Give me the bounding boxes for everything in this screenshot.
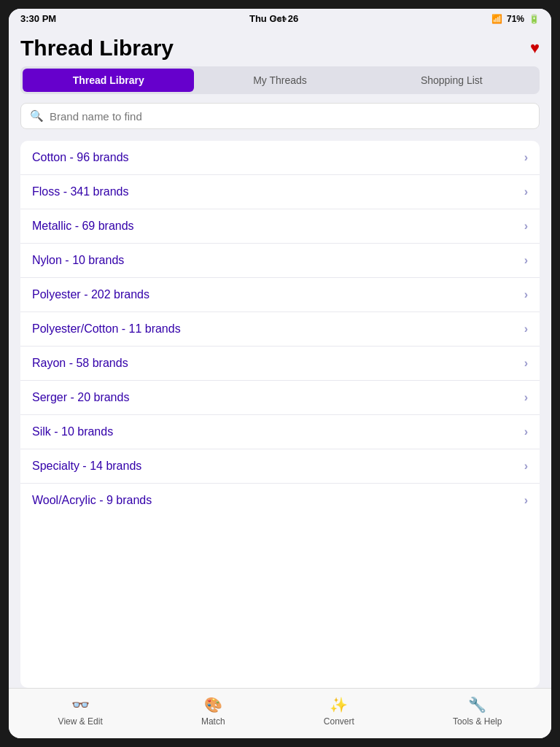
search-bar: 🔍: [20, 103, 540, 129]
list-item-floss[interactable]: Floss - 341 brands ›: [20, 175, 540, 209]
list-item-metallic[interactable]: Metallic - 69 brands ›: [20, 209, 540, 244]
list-item-silk[interactable]: Silk - 10 brands ›: [20, 415, 540, 449]
chevron-right-icon: ›: [524, 357, 528, 370]
chevron-right-icon: ›: [524, 185, 528, 198]
battery-level: 71%: [507, 14, 524, 24]
list-item-nylon[interactable]: Nylon - 10 brands ›: [20, 244, 540, 278]
chevron-right-icon: ›: [524, 391, 528, 404]
list-item-label: Nylon - 10 brands: [32, 254, 124, 267]
list-item-label: Cotton - 96 brands: [32, 151, 129, 164]
bottom-tab-view-edit[interactable]: 👓 View & Edit: [58, 696, 103, 727]
status-dot-1: [273, 18, 276, 20]
status-dot-2: [279, 18, 281, 20]
bottom-tab-match[interactable]: 🎨 Match: [201, 696, 225, 727]
bottom-tab-tools-help[interactable]: 🔧 Tools & Help: [453, 696, 502, 727]
list-item-wool-acrylic[interactable]: Wool/Acrylic - 9 brands ›: [20, 484, 540, 517]
list-item-polyester-cotton[interactable]: Polyester/Cotton - 11 brands ›: [20, 312, 540, 347]
convert-icon: ✨: [330, 696, 348, 713]
wifi-icon: 📶: [491, 14, 502, 24]
chevron-right-icon: ›: [524, 494, 528, 507]
tab-my-threads[interactable]: My Threads: [194, 69, 365, 92]
chevron-right-icon: ›: [524, 288, 528, 301]
list-item-label: Rayon - 58 brands: [32, 357, 128, 370]
favorite-icon[interactable]: ♥: [530, 39, 540, 58]
list-item-label: Floss - 341 brands: [32, 185, 129, 198]
header: Thread Library ♥: [20, 27, 540, 66]
tab-shopping-list[interactable]: Shopping List: [366, 69, 537, 92]
chevron-right-icon: ›: [524, 220, 528, 233]
status-dot-3: [284, 18, 287, 20]
list-item-label: Polyester/Cotton - 11 brands: [32, 322, 181, 336]
tabs-container: Thread Library My Threads Shopping List: [20, 66, 540, 94]
bottom-bar: 👓 View & Edit 🎨 Match ✨ Convert 🔧 Tools …: [9, 688, 551, 738]
match-label: Match: [201, 716, 225, 727]
view-edit-icon: 👓: [71, 696, 90, 713]
list-item-label: Polyester - 202 brands: [32, 288, 149, 301]
list-item-label: Wool/Acrylic - 9 brands: [32, 494, 152, 507]
thread-type-list: Cotton - 96 brands › Floss - 341 brands …: [20, 141, 540, 688]
tab-thread-library[interactable]: Thread Library: [23, 69, 194, 92]
chevron-right-icon: ›: [524, 322, 528, 336]
match-icon: 🎨: [204, 696, 222, 713]
bottom-tab-convert[interactable]: ✨ Convert: [324, 696, 354, 727]
status-time: 3:30 PM: [20, 13, 56, 24]
main-content: Thread Library ♥ Thread Library My Threa…: [9, 27, 551, 688]
search-icon: 🔍: [30, 109, 44, 123]
tools-help-label: Tools & Help: [453, 716, 502, 727]
list-item-polyester[interactable]: Polyester - 202 brands ›: [20, 278, 540, 312]
convert-label: Convert: [324, 716, 354, 727]
list-item-serger[interactable]: Serger - 20 brands ›: [20, 381, 540, 415]
page-title: Thread Library: [20, 36, 174, 61]
list-item-label: Metallic - 69 brands: [32, 220, 134, 233]
list-item-cotton[interactable]: Cotton - 96 brands ›: [20, 141, 540, 175]
list-item-specialty[interactable]: Specialty - 14 brands ›: [20, 449, 540, 484]
chevron-right-icon: ›: [524, 254, 528, 267]
status-right: 📶 71% 🔋: [491, 14, 540, 24]
status-bar: 3:30 PM Thu Oct 26 📶 71% 🔋: [9, 9, 551, 27]
chevron-right-icon: ›: [524, 425, 528, 438]
list-item-label: Specialty - 14 brands: [32, 460, 141, 473]
chevron-right-icon: ›: [524, 460, 528, 473]
chevron-right-icon: ›: [524, 151, 528, 164]
view-edit-label: View & Edit: [58, 716, 103, 727]
screen: 3:30 PM Thu Oct 26 📶 71% 🔋 Thread Librar…: [9, 9, 551, 738]
battery-icon: 🔋: [529, 14, 540, 24]
tools-help-icon: 🔧: [468, 696, 486, 713]
search-input[interactable]: [50, 110, 530, 123]
list-item-rayon[interactable]: Rayon - 58 brands ›: [20, 347, 540, 381]
list-item-label: Silk - 10 brands: [32, 425, 113, 438]
list-item-label: Serger - 20 brands: [32, 391, 129, 404]
